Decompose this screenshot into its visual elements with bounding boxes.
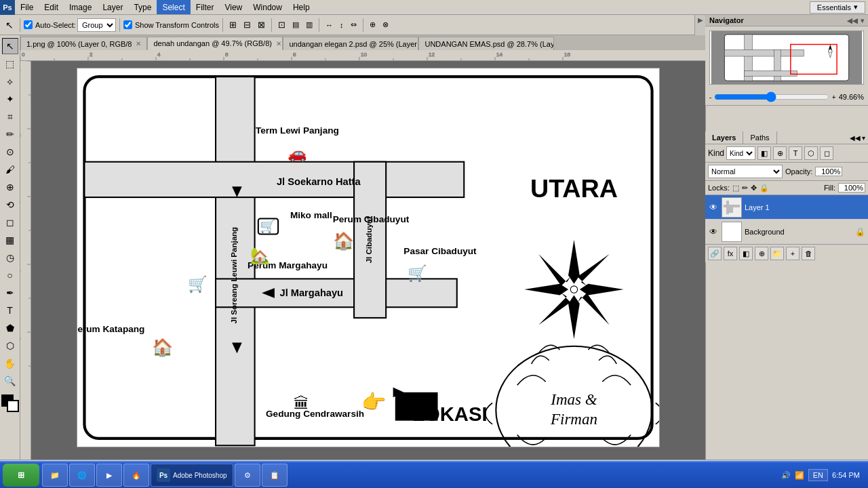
dist-h-btn[interactable]: ↔ — [323, 18, 336, 33]
navigator-collapse-left[interactable]: ◀◀ — [847, 17, 858, 24]
path-tool[interactable]: ⬟ — [2, 320, 18, 336]
layers-collapse[interactable]: ▾ — [862, 134, 865, 142]
selection-tool[interactable]: ⬚ — [2, 56, 18, 72]
tab-denah-close[interactable]: ✕ — [276, 40, 281, 47]
layer-link-btn[interactable]: 🔗 — [708, 247, 722, 260]
magic-wand[interactable]: ✦ — [2, 91, 18, 107]
layer-new-btn[interactable]: + — [786, 247, 800, 260]
lock-transparent[interactable]: ⬚ — [732, 184, 739, 192]
tab-1png-close[interactable]: ✕ — [136, 40, 141, 47]
menu-select[interactable]: Select — [157, 0, 190, 14]
language-button[interactable]: EN — [808, 469, 828, 481]
navigator-preview[interactable] — [709, 30, 864, 85]
layers-collapse-left[interactable]: ◀◀ — [850, 134, 861, 142]
align-vmid-btn[interactable]: ▤ — [290, 18, 302, 33]
clone-stamp[interactable]: ⊕ — [2, 179, 18, 195]
background-color[interactable] — [7, 400, 19, 412]
essentials-button[interactable]: Essentials ▾ — [810, 1, 865, 14]
shape-tool[interactable]: ⬡ — [2, 338, 18, 354]
taskbar-ie[interactable]: 🌐 — [69, 464, 95, 487]
layers-blend-mode[interactable]: Normal Multiply Screen — [708, 165, 783, 178]
menu-edit[interactable]: Edit — [39, 0, 64, 14]
nav-zoom-minus[interactable]: - — [709, 94, 711, 101]
taskbar-app6[interactable]: ⚙ — [235, 464, 260, 487]
canvas-area[interactable]: Jl Soekarno Hatta Jl Soreang Leuwi Panja… — [31, 61, 705, 460]
layer-effect-btn[interactable]: fx — [724, 247, 737, 260]
layers-opacity-value[interactable]: 100% — [815, 167, 842, 176]
nav-zoom-plus[interactable]: + — [832, 94, 836, 101]
brush-tool[interactable]: 🖌 — [2, 161, 18, 178]
layer-row-background[interactable]: 👁 Background 🔒 — [705, 220, 868, 244]
taskbar-media-player[interactable]: ▶ — [96, 464, 122, 487]
layer-group-btn[interactable]: 📁 — [770, 247, 784, 260]
layer-mask-btn[interactable]: ◧ — [739, 247, 753, 260]
align-left-btn[interactable]: ⊞ — [226, 18, 239, 33]
dist-v-btn[interactable]: ↕ — [337, 18, 347, 33]
navigator-collapse[interactable]: ▾ — [861, 17, 864, 24]
layers-filter-type[interactable]: T — [789, 146, 802, 160]
taskbar-firewall[interactable]: 🔥 — [123, 464, 149, 487]
paths-tab[interactable]: Paths — [743, 131, 776, 144]
blur-tool[interactable]: ◷ — [2, 249, 18, 266]
hand-tool[interactable]: ✋ — [2, 355, 18, 371]
align-center-btn[interactable]: ⊟ — [241, 18, 254, 33]
lock-position[interactable]: ✥ — [751, 184, 757, 192]
system-clock[interactable]: 6:54 PM — [832, 470, 860, 480]
align-right-btn[interactable]: ⊠ — [255, 18, 268, 33]
align-bottom-btn[interactable]: ▥ — [303, 18, 315, 33]
taskbar-explorer[interactable]: 📁 — [42, 464, 68, 487]
layer-row-layer1[interactable]: 👁 Layer 1 — [705, 195, 868, 220]
layers-filter-shape[interactable]: ⬡ — [804, 146, 818, 160]
network-icon[interactable]: 📶 — [795, 471, 804, 480]
menu-file[interactable]: File — [15, 0, 39, 14]
menu-image[interactable]: Image — [64, 0, 97, 14]
tab-1png[interactable]: 1.png @ 100% (Layer 0, RGB/8 ✕ — [20, 37, 147, 50]
layers-kind-select[interactable]: Kind — [726, 146, 755, 160]
menu-view[interactable]: View — [219, 0, 248, 14]
menu-help[interactable]: Help — [288, 0, 315, 14]
menu-window[interactable]: Window — [248, 0, 288, 14]
taskbar-app7[interactable]: 📋 — [262, 464, 288, 487]
auto-select-type[interactable]: Group Layer — [77, 18, 116, 32]
layer-eye-layer1[interactable]: 👁 — [708, 202, 719, 213]
layer-delete-btn[interactable]: 🗑 — [802, 247, 815, 260]
pen-tool[interactable]: ✒ — [2, 285, 18, 301]
extra-btn-1[interactable]: ⊕ — [367, 18, 378, 33]
layers-filter-adjustment[interactable]: ⊕ — [773, 146, 787, 160]
show-transform-checkbox[interactable] — [123, 20, 132, 29]
layer-eye-background[interactable]: 👁 — [708, 226, 719, 237]
healing-brush[interactable]: ⊙ — [2, 144, 18, 160]
navigator-zoom-slider[interactable] — [714, 92, 829, 102]
main-canvas[interactable]: Jl Soekarno Hatta Jl Soreang Leuwi Panja… — [77, 68, 660, 447]
tab-undangan-emas[interactable]: UNDANGAN EMAS.psd @ 28.7% (Layer 12, RGB… — [418, 37, 554, 50]
taskbar-photoshop[interactable]: Ps Adobe Photoshop — [151, 464, 233, 487]
fill-value[interactable]: 100% — [838, 183, 865, 192]
dist-other-btn[interactable]: ⇔ — [348, 18, 359, 33]
gradient-tool[interactable]: ▦ — [2, 232, 18, 248]
lasso-tool[interactable]: ⟡ — [2, 73, 18, 89]
eyedropper[interactable]: ✏ — [2, 126, 18, 142]
lock-all[interactable]: 🔒 — [760, 184, 769, 192]
lock-pixels[interactable]: ✏ — [742, 184, 748, 192]
menu-layer[interactable]: Layer — [97, 0, 128, 14]
tab-denah[interactable]: denah undangan @ 49.7% (RGB/8) ✕ — [147, 37, 283, 50]
crop-tool[interactable]: ⌗ — [2, 108, 18, 125]
move-tool[interactable]: ↖ — [2, 38, 18, 54]
move-tool-options[interactable]: ↖ — [3, 18, 16, 33]
zoom-tool[interactable]: 🔍 — [2, 373, 18, 389]
menu-type[interactable]: Type — [128, 0, 157, 14]
panel-expand-btn[interactable]: ▶ — [696, 15, 705, 24]
tab-undangan-elegan[interactable]: undangan elegan 2.psd @ 25% (Layer 11, R… — [283, 37, 418, 50]
layers-filter-pixel[interactable]: ◧ — [757, 146, 771, 160]
start-button[interactable]: ⊞ — [3, 464, 39, 487]
align-top-btn[interactable]: ⊡ — [275, 18, 288, 33]
history-brush[interactable]: ⟲ — [2, 197, 18, 213]
eraser-tool[interactable]: ◻ — [2, 214, 18, 230]
extra-btn-2[interactable]: ⊗ — [380, 18, 391, 33]
auto-select-checkbox[interactable] — [24, 20, 33, 29]
layer-adjustment-btn[interactable]: ⊕ — [755, 247, 768, 260]
menu-filter[interactable]: Filter — [191, 0, 220, 14]
layers-tab[interactable]: Layers — [705, 131, 743, 144]
layers-filter-smart[interactable]: ◻ — [820, 146, 833, 160]
volume-icon[interactable]: 🔊 — [781, 471, 791, 480]
